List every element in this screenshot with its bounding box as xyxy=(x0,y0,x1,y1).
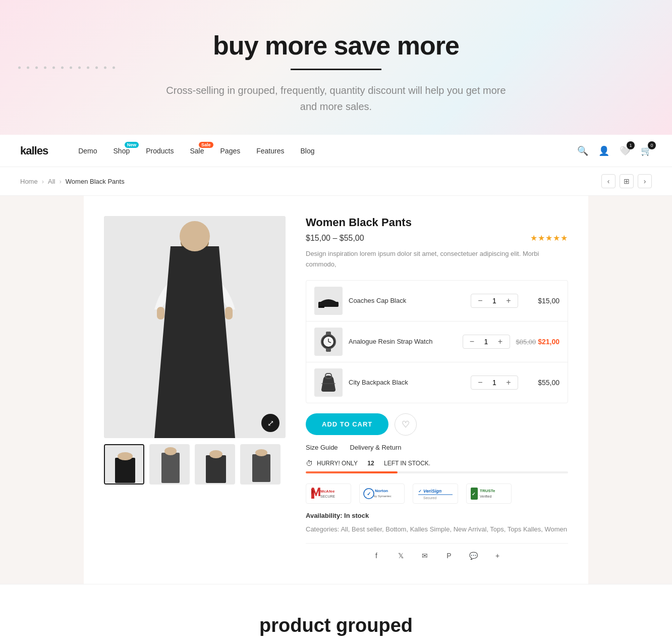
hero-title: buy more save more xyxy=(10,30,662,61)
email-share-icon[interactable]: ✉ xyxy=(417,548,433,564)
item-row: Analogue Resin Strap Watch − 1 + $85,00 … xyxy=(306,321,568,362)
svg-text:✓: ✓ xyxy=(367,491,371,497)
next-product-btn[interactable]: › xyxy=(638,174,652,188)
thumbnail-1[interactable] xyxy=(104,444,144,485)
item-row: Coaches Cap Black − 1 + $15,00 xyxy=(306,281,568,321)
stock-bar-background xyxy=(306,471,568,473)
account-icon[interactable]: 👤 xyxy=(598,145,609,156)
main-product-image: ⤢ xyxy=(104,216,286,438)
svg-rect-12 xyxy=(161,453,180,483)
qty-minus-cap[interactable]: − xyxy=(475,296,485,305)
stock-text: HURRY! ONLY xyxy=(317,460,358,467)
qty-plus-cap[interactable]: + xyxy=(503,296,514,305)
nav-features[interactable]: Features xyxy=(256,147,284,155)
stock-bar-fill xyxy=(306,471,398,473)
item-name-bag: City Backpack Black xyxy=(349,379,465,386)
more-share-icon[interactable]: + xyxy=(489,548,506,564)
thumbnail-4[interactable] xyxy=(240,444,281,485)
expand-image-btn[interactable]: ⤢ xyxy=(261,414,279,432)
breadcrumb-home[interactable]: Home xyxy=(20,178,38,185)
svg-point-10 xyxy=(118,452,133,460)
availability: Availability: In stock xyxy=(306,512,568,519)
search-icon[interactable]: 🔍 xyxy=(577,145,588,156)
facebook-share-icon[interactable]: f xyxy=(368,548,384,564)
item-price-cap: $15,00 xyxy=(524,297,559,305)
nav-demo[interactable]: Demo xyxy=(78,147,97,155)
stock-warning: ⏱ HURRY! ONLY 12 LEFT IN STOCK. xyxy=(306,459,568,467)
product-links: Size Guide Delivery & Return xyxy=(306,444,568,451)
svg-point-16 xyxy=(209,450,222,458)
breadcrumb-all[interactable]: All xyxy=(48,178,55,185)
qty-value-watch: 1 xyxy=(481,338,491,346)
svg-point-1 xyxy=(170,246,220,307)
trust-badges: McAfee SECURE ✓ Norton by Symantec xyxy=(306,484,568,504)
thumbnail-3[interactable] xyxy=(195,444,235,485)
hero-section: buy more save more Cross-selling in grou… xyxy=(0,0,672,135)
svg-rect-18 xyxy=(252,454,270,482)
breadcrumb-current: Women Black Pants xyxy=(66,178,125,185)
wishlist-icon[interactable]: 🤍 1 xyxy=(620,145,631,156)
breadcrumb: Home › All › Women Black Pants xyxy=(20,178,125,185)
timer-icon: ⏱ xyxy=(306,459,313,467)
svg-text:TRUSTe: TRUSTe xyxy=(480,489,495,493)
svg-text:by Symantec: by Symantec xyxy=(374,495,391,498)
verisign-badge: ✓ VeriSign Secured xyxy=(413,484,458,504)
logo[interactable]: kalles xyxy=(20,144,48,157)
size-guide-link[interactable]: Size Guide xyxy=(306,444,338,451)
product-images: ⤢ xyxy=(104,216,286,564)
action-row: ADD TO CART ♡ xyxy=(306,413,568,436)
wishlist-button[interactable]: ♡ xyxy=(395,413,417,436)
nav-blog[interactable]: Blog xyxy=(300,147,314,155)
qty-minus-bag[interactable]: − xyxy=(475,378,485,387)
item-price-new-watch: $21,00 xyxy=(538,338,559,346)
svg-text:✓: ✓ xyxy=(472,492,476,497)
svg-rect-6 xyxy=(157,307,164,319)
price-row: $15,00 – $55,00 ★★★★★ xyxy=(306,233,568,243)
qty-plus-bag[interactable]: + xyxy=(503,378,514,387)
product-layout: ⤢ xyxy=(104,216,568,564)
bottom-title: product grouped xyxy=(10,615,662,636)
product-stars: ★★★★★ xyxy=(530,233,568,243)
svg-point-3 xyxy=(181,233,209,251)
availability-value: In stock xyxy=(344,512,369,519)
breadcrumb-bar: Home › All › Women Black Pants ‹ ⊞ › xyxy=(0,167,672,196)
main-content: ⤢ xyxy=(84,196,588,584)
svg-point-13 xyxy=(164,447,177,455)
new-badge: New xyxy=(125,142,139,148)
delivery-return-link[interactable]: Delivery & Return xyxy=(350,444,402,451)
svg-point-5 xyxy=(196,410,214,420)
svg-text:Norton: Norton xyxy=(375,489,388,493)
categories-label: Categories: xyxy=(306,525,339,533)
svg-text:Verified: Verified xyxy=(480,495,491,498)
prev-product-btn[interactable]: ‹ xyxy=(601,174,615,188)
qty-plus-watch[interactable]: + xyxy=(495,337,506,346)
truste-badge: ✓ TRUSTe Verified xyxy=(466,484,512,504)
grid-view-btn[interactable]: ⊞ xyxy=(620,174,634,188)
norton-badge: ✓ Norton by Symantec xyxy=(359,484,405,504)
qty-value-bag: 1 xyxy=(489,379,499,387)
messenger-share-icon[interactable]: 💬 xyxy=(465,548,481,564)
nav-links: Demo Shop New Products Sale Sale Pages F… xyxy=(78,147,577,155)
nav-shop[interactable]: Shop New xyxy=(114,147,130,155)
qty-value-cap: 1 xyxy=(489,297,499,305)
thumbnail-2[interactable] xyxy=(149,444,190,485)
stock-suffix: LEFT IN STOCK. xyxy=(384,460,430,467)
bottom-section: product grouped xyxy=(0,584,672,644)
cart-icon[interactable]: 🛒 0 xyxy=(641,145,652,156)
svg-rect-22 xyxy=(318,306,324,308)
mcafee-badge: McAfee SECURE xyxy=(306,484,351,504)
add-to-cart-button[interactable]: ADD TO CART xyxy=(306,413,388,435)
qty-minus-watch[interactable]: − xyxy=(467,337,477,346)
navbar: kalles Demo Shop New Products Sale Sale … xyxy=(0,135,672,167)
pinterest-share-icon[interactable]: P xyxy=(441,548,457,564)
item-price-bag: $55,00 xyxy=(524,379,559,387)
item-thumb-cap xyxy=(314,287,343,315)
nav-pages[interactable]: Pages xyxy=(220,147,241,155)
nav-products[interactable]: Products xyxy=(146,147,174,155)
categories: Categories: All, Best seller, Bottom, Ka… xyxy=(306,523,568,535)
svg-text:VeriSign: VeriSign xyxy=(423,489,442,494)
twitter-share-icon[interactable]: 𝕏 xyxy=(393,548,409,564)
nav-icons: 🔍 👤 🤍 1 🛒 0 xyxy=(577,145,652,156)
nav-sale[interactable]: Sale Sale xyxy=(190,147,204,155)
product-photo xyxy=(104,216,286,438)
